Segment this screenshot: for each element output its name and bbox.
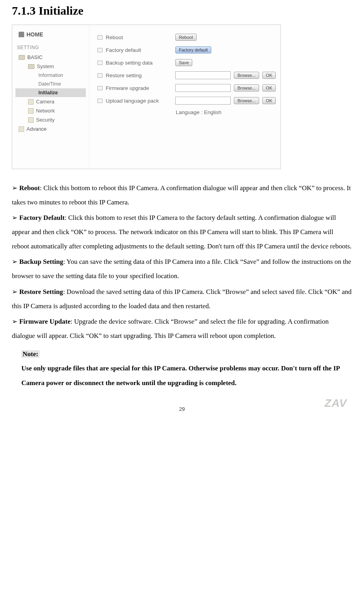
doc-icon (28, 117, 34, 123)
row-restore: Restore setting Browse... OK (97, 69, 276, 82)
note-body: Use only upgrade files that are special … (21, 361, 352, 390)
home-icon (19, 32, 24, 37)
language-file-input[interactable] (175, 97, 231, 105)
nav-basic-label: BASIC (27, 54, 43, 60)
nav-setting-label: SETTING (12, 42, 89, 53)
firmware-browse-button[interactable]: Browse... (234, 84, 259, 92)
row-language: Upload language pack Browse... OK (97, 94, 276, 107)
restore-browse-button[interactable]: Browse... (234, 72, 259, 79)
nav-camera[interactable]: Camera (12, 97, 89, 106)
nav-camera-label: Camera (36, 99, 54, 105)
page-title: 7.1.3 Initialize (12, 4, 352, 17)
footer-logo: ZAV (324, 397, 352, 410)
row-firmware: Firmware upgrade Browse... OK (97, 82, 276, 94)
folder-icon (19, 55, 25, 60)
page-icon (97, 86, 102, 90)
ui-screenshot: HOME SETTING BASIC System Information Da… (12, 25, 281, 169)
nav-system[interactable]: System (12, 62, 89, 71)
para-firmware-title: Firmware Update (19, 318, 71, 325)
restore-label: Restore setting (106, 72, 172, 78)
language-display: Language : English (97, 109, 276, 115)
nav-home-label: HOME (27, 31, 43, 38)
firmware-ok-button[interactable]: OK (262, 84, 276, 92)
row-reboot: Reboot Reboot (97, 31, 276, 44)
para-restore-body: : Download the saved setting data of thi… (12, 288, 352, 310)
page-icon (97, 73, 102, 78)
nav-panel: HOME SETTING BASIC System Information Da… (12, 25, 89, 169)
para-backup-title: Backup Setting (19, 258, 63, 265)
restore-ok-button[interactable]: OK (262, 72, 276, 79)
nav-system-label: System (37, 63, 54, 69)
para-firmware: ➢ Firmware Update: Upgrade the device so… (12, 315, 352, 343)
para-reboot: ➢ Reboot: Click this bottom to reboot th… (12, 181, 352, 209)
nav-datetime[interactable]: Date/Time (12, 80, 89, 88)
nav-security[interactable]: Security (12, 115, 89, 124)
doc-icon (19, 126, 24, 132)
bullet-icon: ➢ (12, 214, 19, 221)
document-body: ➢ Reboot: Click this bottom to reboot th… (12, 181, 352, 390)
row-factory: Factory default Factory default (97, 44, 276, 56)
para-reboot-title: Reboot (19, 184, 40, 192)
bullet-icon: ➢ (12, 184, 19, 192)
note-label: Note: (21, 350, 40, 358)
nav-network-label: Network (36, 108, 55, 114)
nav-home[interactable]: HOME (12, 30, 89, 42)
firmware-label: Firmware upgrade (106, 85, 172, 91)
row-backup: Backup setting data Save (97, 56, 276, 69)
bullet-icon: ➢ (12, 258, 19, 265)
bullet-icon: ➢ (12, 288, 19, 296)
language-label: Upload language pack (106, 98, 172, 104)
nav-advance[interactable]: Advance (12, 124, 89, 134)
para-backup: ➢ Backup Setting: You can save the setti… (12, 255, 352, 283)
save-button[interactable]: Save (175, 59, 192, 66)
restore-file-input[interactable] (175, 71, 231, 79)
factory-default-button[interactable]: Factory default (175, 46, 211, 53)
reboot-button[interactable]: Reboot (175, 34, 196, 41)
nav-security-label: Security (36, 117, 55, 123)
para-restore-title: Restore Setting (19, 288, 63, 296)
page-icon (97, 48, 102, 52)
para-factory-title: Factory Default (19, 214, 65, 221)
nav-initialize[interactable]: Initialize (15, 88, 86, 97)
page-icon (97, 99, 102, 103)
page-icon (97, 35, 102, 40)
backup-label: Backup setting data (106, 60, 172, 66)
para-factory: ➢ Factory Default: Click this bottom to … (12, 211, 352, 253)
reboot-label: Reboot (106, 34, 172, 40)
factory-label: Factory default (106, 47, 172, 53)
doc-icon (28, 99, 34, 105)
nav-information[interactable]: Information (12, 71, 89, 80)
settings-panel: Reboot Reboot Factory default Factory de… (89, 25, 281, 169)
nav-basic[interactable]: BASIC (12, 53, 89, 62)
firmware-file-input[interactable] (175, 84, 231, 92)
page-number: 29 (12, 406, 352, 412)
nav-advance-label: Advance (27, 126, 47, 132)
language-ok-button[interactable]: OK (262, 97, 276, 104)
para-restore: ➢ Restore Setting: Download the saved se… (12, 285, 352, 313)
doc-icon (28, 108, 34, 114)
nav-network[interactable]: Network (12, 106, 89, 115)
note-block: Note: Use only upgrade files that are sp… (12, 347, 352, 391)
language-browse-button[interactable]: Browse... (234, 97, 259, 104)
bullet-icon: ➢ (12, 318, 19, 325)
para-reboot-body: : Click this bottom to reboot this IP Ca… (12, 184, 351, 206)
folder-icon (28, 64, 34, 69)
page-icon (97, 61, 102, 65)
